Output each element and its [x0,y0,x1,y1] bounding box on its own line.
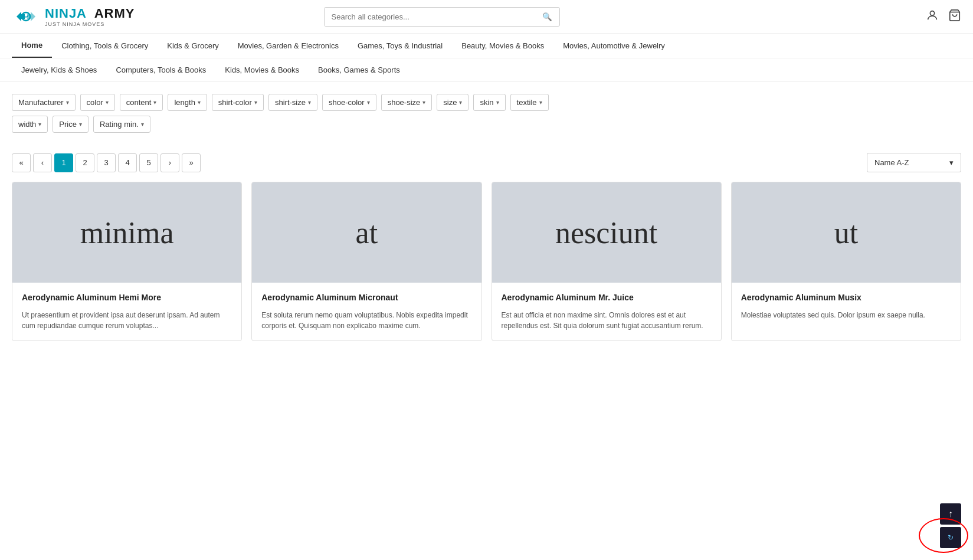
filter-width-label: width [18,120,36,129]
filter-shirt-color[interactable]: shirt-color ▾ [212,94,264,111]
filter-textile[interactable]: textile ▾ [510,94,549,111]
page-2-button[interactable]: 2 [76,153,94,172]
logo: NINJA ARMY JUST NINJA MOVES [12,6,135,27]
product-card-3[interactable]: nesciunt Aerodynamic Aluminum Mr. Juice … [492,182,722,341]
chevron-down-icon: ▾ [153,99,156,106]
user-icon-button[interactable] [926,9,939,25]
chevron-down-icon: ▾ [367,99,370,106]
logo-text: NINJA ARMY JUST NINJA MOVES [45,6,135,27]
product-desc-3: Est aut officia et non maxime sint. Omni… [502,310,712,331]
nav-item-kids-grocery[interactable]: Kids & Grocery [158,34,228,57]
product-image-text-1: minima [80,215,174,250]
chevron-down-icon: ▾ [79,121,82,127]
product-desc-1: Ut praesentium et provident ipsa aut des… [22,310,232,331]
search-input[interactable] [325,8,535,26]
filter-shirt-size[interactable]: shirt-size ▾ [268,94,317,111]
product-image-4: ut [732,182,961,283]
filter-length[interactable]: length ▾ [168,94,207,111]
filter-width[interactable]: width ▾ [12,116,48,133]
nav-item-computers[interactable]: Computers, Tools & Books [106,58,215,81]
sort-dropdown[interactable]: Name A-Z ▾ [867,153,961,172]
page-1-button[interactable]: 1 [54,153,73,172]
filter-size-label: size [443,98,457,107]
logo-tagline: JUST NINJA MOVES [45,21,135,27]
nav-item-games-toys[interactable]: Games, Toys & Industrial [348,34,452,57]
logo-icon [12,6,40,27]
product-desc-2: Est soluta rerum nemo quam voluptatibus.… [261,310,471,331]
products-grid: minima Aerodynamic Aluminum Hemi More Ut… [0,182,973,353]
chevron-down-icon: ▾ [539,99,542,106]
page-3-button[interactable]: 3 [97,153,116,172]
filter-price[interactable]: Price ▾ [53,116,89,133]
filter-shoe-color[interactable]: shoe-color ▾ [322,94,376,111]
filter-content-label: content [126,98,152,107]
product-title-1: Aerodynamic Aluminum Hemi More [22,292,232,303]
product-card-4[interactable]: ut Aerodynamic Aluminum Musix Molestiae … [731,182,961,341]
nav-item-home[interactable]: Home [12,34,52,58]
chevron-down-icon: ▾ [66,99,69,106]
header: NINJA ARMY JUST NINJA MOVES 🔍 [0,0,973,34]
filter-content[interactable]: content ▾ [120,94,163,111]
product-info-4: Aerodynamic Aluminum Musix Molestiae vol… [732,283,961,330]
filter-skin-label: skin [480,98,493,107]
product-desc-4: Molestiae voluptates sed quis. Dolor ips… [741,310,951,320]
filter-shoe-color-label: shoe-color [329,98,365,107]
filter-shirt-size-label: shirt-size [275,98,306,107]
chevron-down-icon: ▾ [198,99,201,106]
search-button[interactable]: 🔍 [535,8,559,26]
filter-manufacturer[interactable]: Manufacturer ▾ [12,94,76,111]
filter-price-label: Price [59,120,77,129]
filter-textile-label: textile [517,98,537,107]
nav-item-books-games[interactable]: Books, Games & Sports [309,58,409,81]
product-image-text-2: at [356,215,378,250]
filter-rating-min[interactable]: Rating min. ▾ [93,116,150,133]
logo-brand-part1: NINJA [45,6,86,21]
chevron-down-icon: ▾ [422,99,425,106]
page-prev-button[interactable]: ‹ [33,153,52,172]
page-last-button[interactable]: » [182,153,201,172]
filter-length-label: length [174,98,195,107]
product-image-3: nesciunt [492,182,721,283]
product-info-2: Aerodynamic Aluminum Micronaut Est solut… [252,283,481,340]
filter-rating-min-label: Rating min. [100,120,139,129]
search-bar: 🔍 [324,7,560,27]
sort-chevron-icon: ▾ [949,158,954,167]
nav-item-kids-movies[interactable]: Kids, Movies & Books [215,58,309,81]
product-image-1: minima [12,182,241,283]
cart-icon [948,9,961,22]
svg-point-3 [930,11,934,15]
nav-item-clothing[interactable]: Clothing, Tools & Grocery [52,34,158,57]
filter-shirt-color-label: shirt-color [218,98,252,107]
cart-icon-button[interactable] [948,9,961,25]
filter-row-1: Manufacturer ▾ color ▾ content ▾ length … [12,94,961,111]
nav-item-beauty-movies[interactable]: Beauty, Movies & Books [452,34,553,57]
secondary-nav: Jewelry, Kids & Shoes Computers, Tools &… [0,58,973,82]
pagination-row: « ‹ 1 2 3 4 5 › » Name A-Z ▾ [0,143,973,182]
chevron-down-icon: ▾ [459,99,462,106]
product-card-2[interactable]: at Aerodynamic Aluminum Micronaut Est so… [251,182,481,341]
nav-item-movies-auto[interactable]: Movies, Automotive & Jewelry [553,34,674,57]
product-image-text-3: nesciunt [555,215,657,250]
chevron-down-icon: ▾ [106,99,109,106]
page-5-button[interactable]: 5 [139,153,158,172]
page-next-button[interactable]: › [160,153,179,172]
page-first-button[interactable]: « [12,153,31,172]
product-info-1: Aerodynamic Aluminum Hemi More Ut praese… [12,283,241,340]
filter-color[interactable]: color ▾ [80,94,115,111]
product-card-1[interactable]: minima Aerodynamic Aluminum Hemi More Ut… [12,182,242,341]
filter-shoe-size[interactable]: shoe-size ▾ [381,94,433,111]
chevron-down-icon: ▾ [254,99,257,106]
chevron-down-icon: ▾ [38,121,41,127]
header-icons [926,9,961,25]
nav-item-jewelry[interactable]: Jewelry, Kids & Shoes [12,58,106,81]
filters-area: Manufacturer ▾ color ▾ content ▾ length … [0,82,973,143]
nav-item-movies-garden[interactable]: Movies, Garden & Electronics [228,34,348,57]
chevron-down-icon: ▾ [308,99,311,106]
filter-skin[interactable]: skin ▾ [473,94,505,111]
filter-color-label: color [87,98,103,107]
page-4-button[interactable]: 4 [118,153,137,172]
product-image-2: at [252,182,481,283]
user-icon [926,9,939,22]
filter-shoe-size-label: shoe-size [388,98,421,107]
filter-size[interactable]: size ▾ [437,94,469,111]
